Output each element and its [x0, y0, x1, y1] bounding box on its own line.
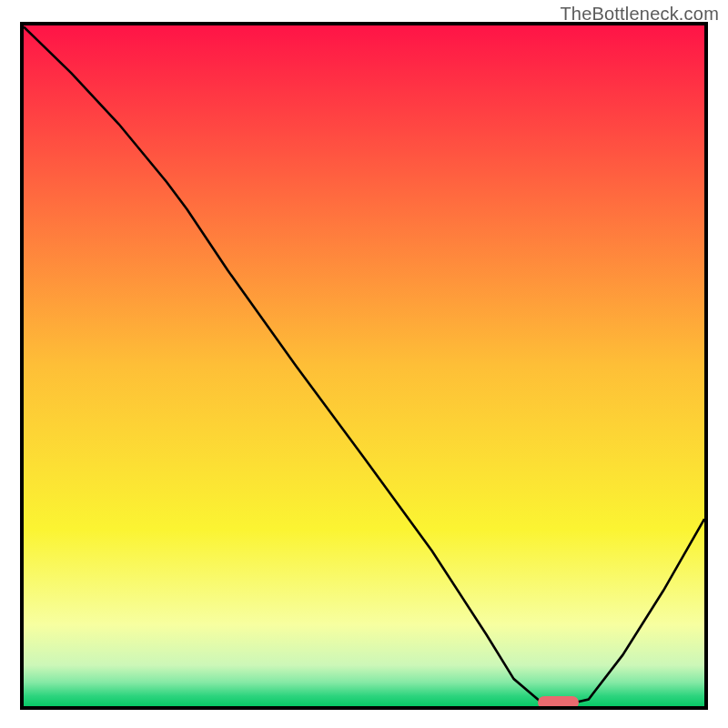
plot-frame: [20, 22, 708, 710]
plot-area: [24, 25, 704, 706]
watermark-text: TheBottleneck.com: [560, 4, 719, 25]
curve-path: [24, 27, 704, 704]
optimal-range-marker: [538, 696, 579, 709]
bottleneck-curve: [24, 25, 704, 706]
